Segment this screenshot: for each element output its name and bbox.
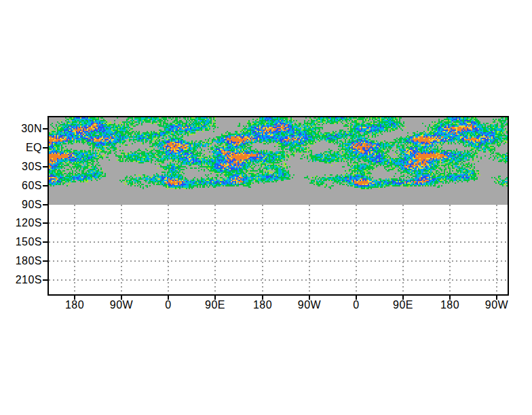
x-tick-label: 0 [165,299,171,311]
contour-shading-canvas [49,117,508,191]
longitude-gridline [449,205,451,294]
grads-plot-figure: 30NEQ30S60S90S120S150S180S210S 18090W090… [0,0,532,415]
longitude-gridline [356,205,357,294]
x-tick-label: 180 [65,299,84,311]
y-tick [43,128,48,130]
y-tick-label: 150S [1,236,42,248]
y-tick [43,279,48,281]
y-tick [43,185,48,186]
y-tick-label: 30S [1,161,42,173]
longitude-gridline [402,205,404,294]
y-tick-label: 60S [1,180,42,192]
x-tick-label: 90E [205,299,225,311]
y-tick-label: 120S [1,217,42,229]
y-tick [43,260,48,262]
longitude-gridline [309,205,310,294]
latitude-gridline [49,279,508,281]
y-tick [43,204,48,205]
longitude-gridline [262,205,263,294]
y-tick [43,222,48,224]
longitude-gridline [496,205,497,294]
x-tick-label: 90E [393,299,413,311]
x-tick-label: 90W [298,299,321,311]
x-tick-label: 180 [440,299,459,311]
y-tick [43,166,48,167]
y-tick-label: 90S [1,199,42,211]
longitude-gridline [168,205,169,294]
y-tick-label: 210S [1,274,42,286]
plot-frame [48,116,509,296]
latitude-gridline [49,260,508,262]
longitude-gridline [74,205,75,294]
x-tick-label: 90W [110,299,133,311]
longitude-gridline [121,205,122,294]
y-tick-label: EQ [1,142,42,154]
y-tick [43,147,48,149]
y-tick-label: 180S [1,255,42,267]
longitude-gridline [214,205,216,294]
latitude-gridline [49,222,508,224]
y-tick-label: 30N [1,123,42,135]
x-tick-label: 180 [253,299,272,311]
latitude-gridline [49,241,508,243]
x-tick-label: 0 [353,299,359,311]
y-tick [43,241,48,243]
x-tick-label: 90W [485,299,508,311]
